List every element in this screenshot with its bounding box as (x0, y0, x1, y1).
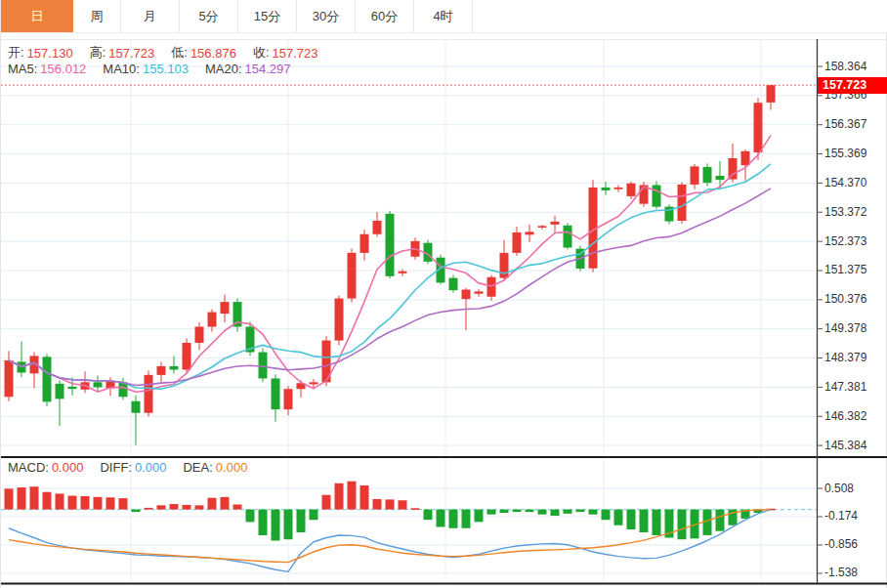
axis-tick-label: 151.375 (824, 263, 866, 277)
ma10-label: MA10: (103, 62, 140, 76)
diff-value: 0.000 (135, 460, 167, 475)
tab-30min[interactable]: 30分 (297, 0, 356, 32)
high-value: 157.723 (108, 46, 154, 61)
tab-month[interactable]: 月 (121, 0, 180, 32)
axis-tick-label: 145.384 (824, 439, 866, 453)
open-value: 157.130 (27, 46, 73, 61)
dea-value: 0.000 (216, 460, 248, 475)
axis-tick-label: 155.369 (824, 147, 866, 161)
axis-tick-label: 148.379 (824, 351, 866, 365)
axis-tick-label: 158.364 (824, 60, 866, 74)
tab-15min[interactable]: 15分 (238, 0, 297, 32)
ma-readout: MA5: 156.012 MA10: 155.103 MA20: 154.297 (8, 62, 308, 76)
axis-tick-label: 154.370 (824, 176, 866, 190)
axis-tick-label: -0.856 (824, 537, 858, 552)
close-label: 收: (253, 44, 270, 62)
axis-tick-label: 0.508 (824, 482, 854, 496)
axis-tick-label: 156.367 (824, 117, 866, 132)
open-label: 开: (8, 44, 24, 62)
tab-5min[interactable]: 5分 (180, 0, 238, 32)
axis-tick-label: 150.376 (824, 292, 866, 307)
macd-label: MACD: (8, 460, 49, 475)
axis-tick-label: 153.372 (824, 205, 866, 220)
close-value: 157.723 (273, 46, 318, 61)
ma10-value: 155.103 (143, 62, 189, 76)
dea-label: DEA: (183, 460, 212, 475)
axis-tick-label: 146.382 (824, 409, 866, 424)
diff-label: DIFF: (100, 460, 132, 475)
low-label: 低: (171, 44, 188, 62)
chart-canvas[interactable] (1, 0, 887, 588)
macd-readout: MACD: 0.000 DIFF: 0.000 DEA: 0.000 (8, 460, 264, 475)
trading-chart-app: 日 周 月 5分 15分 30分 60分 4时 开: 157.130 高: 15… (0, 0, 887, 588)
ma5-value: 156.012 (40, 62, 86, 76)
axis-tick-label: -0.174 (824, 509, 858, 524)
tab-week[interactable]: 周 (73, 0, 121, 32)
period-toolbar: 日 周 月 5分 15分 30分 60分 4时 (1, 0, 887, 33)
high-label: 高: (90, 44, 106, 62)
ma20-value: 154.297 (245, 62, 291, 76)
macd-value: 0.000 (52, 460, 84, 475)
axis-tick-label: 147.381 (824, 380, 866, 395)
tab-day[interactable]: 日 (1, 0, 73, 32)
ma20-label: MA20: (205, 62, 242, 76)
current-price-tag: 157.723 (818, 77, 887, 94)
axis-tick-label: 152.373 (824, 234, 866, 249)
low-value: 156.876 (190, 46, 236, 61)
tab-4hour[interactable]: 4时 (414, 0, 473, 32)
toolbar-spacer (473, 0, 887, 32)
axis-tick-label: -1.538 (824, 566, 858, 580)
ma5-label: MA5: (8, 62, 37, 76)
ohlc-readout: 开: 157.130 高: 157.723 低: 156.876 收: 157.… (8, 44, 335, 62)
axis-tick-label: 149.378 (824, 321, 866, 336)
tab-60min[interactable]: 60分 (356, 0, 414, 32)
